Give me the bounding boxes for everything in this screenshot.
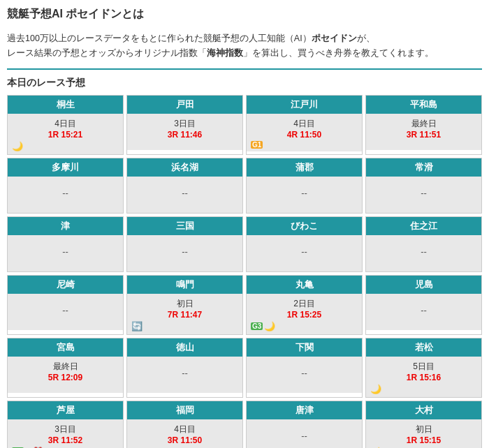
venue-name: 大村 — [366, 401, 481, 419]
venue-body: 初日1R 15:15🌙 — [366, 419, 481, 449]
moon-icon: 🌙 — [370, 384, 381, 394]
venue-body: 3日目3R 11:46 — [127, 114, 242, 150]
venue-day: 最終日 — [53, 361, 78, 373]
venue-card[interactable]: 平和島最終日3R 11:51 — [365, 95, 482, 155]
venue-name: 津 — [8, 217, 123, 235]
venue-race-info: 4R 11:50 — [287, 130, 321, 140]
venue-empty-label: -- — [301, 431, 307, 441]
venue-card[interactable]: 多摩川-- — [7, 158, 124, 214]
venue-name: 蒲郡 — [247, 158, 362, 177]
moon-icon: 🌙 — [264, 321, 275, 331]
venue-name: 芦屋 — [8, 401, 123, 419]
venue-body: -- — [8, 177, 123, 213]
venue-name: 戸田 — [127, 96, 242, 114]
venue-body: 2日目1R 15:25G3🌙 — [247, 294, 362, 334]
venue-card[interactable]: 芦屋3日目3R 11:52G3♀⏰ — [7, 401, 124, 449]
venue-icons-row: G3🌙 — [249, 321, 359, 331]
venue-card[interactable]: びわこ-- — [246, 216, 363, 272]
venue-name: 宮島 — [8, 338, 123, 357]
venue-body: 4日目1R 15:21🌙 — [8, 114, 123, 154]
venue-name: 若松 — [366, 338, 481, 357]
venue-name: 平和島 — [366, 96, 481, 114]
page-container: 競艇予想AI ポセイドンとは 過去100万以上のレースデータをもとに作られた競艇… — [0, 0, 489, 448]
venue-card[interactable]: 桐生4日目1R 15:21🌙 — [7, 95, 124, 155]
venue-name: 常滑 — [366, 158, 481, 177]
venue-body: -- — [366, 235, 481, 271]
g3-icon: G3 — [251, 322, 263, 330]
venue-name: 児島 — [366, 276, 481, 294]
venue-name: 住之江 — [366, 217, 481, 235]
venue-race-info: 3R 11:51 — [407, 130, 441, 140]
venue-card[interactable]: 徳山-- — [126, 338, 243, 398]
venue-race-info: 5R 12:09 — [48, 373, 82, 382]
venue-name: 桐生 — [8, 96, 123, 114]
venue-empty-label: -- — [421, 246, 427, 257]
venue-card[interactable]: 大村初日1R 15:15🌙 — [365, 401, 482, 449]
venue-empty-label: -- — [182, 246, 188, 257]
venue-empty-label: -- — [62, 305, 68, 315]
venue-name: 徳山 — [127, 338, 242, 357]
venue-day: 2日目 — [293, 298, 315, 310]
venue-card[interactable]: 若松5日目1R 15:16🌙 — [365, 338, 482, 398]
venue-icons-row: 🌙 — [369, 384, 479, 394]
venue-body: -- — [247, 177, 362, 213]
venue-body: 初日7R 11:47🔄 — [127, 294, 242, 334]
venue-body: -- — [8, 294, 123, 330]
venue-empty-label: -- — [182, 368, 188, 378]
venue-day: 4日目 — [174, 424, 196, 435]
venue-card[interactable]: 尼崎-- — [7, 275, 124, 335]
venue-body: -- — [366, 177, 481, 213]
venue-empty-label: -- — [421, 188, 427, 198]
venue-day: 3日目 — [54, 424, 76, 435]
venue-day: 4日目 — [293, 118, 315, 130]
venue-empty-label: -- — [301, 246, 307, 257]
venue-body: -- — [127, 235, 242, 271]
venue-name: びわこ — [247, 217, 362, 235]
venue-card[interactable]: 江戸川4日目4R 11:50G1 — [246, 95, 363, 155]
venue-icons-row: 🌙 — [10, 141, 120, 151]
venue-body: 3日目3R 11:52G3♀⏰ — [8, 419, 123, 449]
section-subtitle: 本日のレース予想 — [7, 77, 482, 89]
venue-name: 尼崎 — [8, 276, 123, 294]
venue-body: -- — [8, 235, 123, 271]
venue-card[interactable]: 蒲郡-- — [246, 158, 363, 214]
venue-body: -- — [127, 357, 242, 393]
venue-card[interactable]: 鳴門初日7R 11:47🔄 — [126, 275, 243, 335]
venue-name: 唐津 — [247, 401, 362, 419]
venue-race-info: 3R 11:52 — [48, 435, 82, 445]
venue-card[interactable]: 福岡4日目3R 11:50 — [126, 401, 243, 449]
section-divider — [7, 68, 482, 70]
description-text: 過去100万以上のレースデータをもとに作られた競艇予想の人工知能（AI）ポセイド… — [7, 31, 482, 61]
venue-day: 初日 — [416, 424, 432, 435]
venue-icons-row: 🔄 — [130, 321, 240, 331]
venue-body: -- — [247, 235, 362, 271]
venue-card[interactable]: 唐津-- — [246, 401, 363, 449]
venue-card[interactable]: 児島-- — [365, 275, 482, 335]
venue-body: -- — [247, 357, 362, 393]
venue-body: 4日目3R 11:50 — [127, 419, 242, 449]
venue-race-info: 1R 15:15 — [407, 435, 441, 445]
venue-name: 福岡 — [127, 401, 242, 419]
venue-day: 4日目 — [54, 118, 76, 130]
venue-empty-label: -- — [62, 246, 68, 257]
venue-race-info: 3R 11:50 — [168, 435, 202, 445]
venue-body: -- — [366, 294, 481, 330]
venue-day: 5日目 — [413, 361, 435, 373]
venue-card[interactable]: 常滑-- — [365, 158, 482, 214]
venue-card[interactable]: 宮島最終日5R 12:09 — [7, 338, 124, 398]
venue-empty-label: -- — [301, 368, 307, 378]
venue-card[interactable]: 三国-- — [126, 216, 243, 272]
venue-card[interactable]: 津-- — [7, 216, 124, 272]
venue-card[interactable]: 浜名湖-- — [126, 158, 243, 214]
venue-empty-label: -- — [301, 188, 307, 198]
venue-card[interactable]: 戸田3日目3R 11:46 — [126, 95, 243, 155]
venue-card[interactable]: 下関-- — [246, 338, 363, 398]
refresh-icon: 🔄 — [131, 321, 143, 331]
venue-day: 初日 — [177, 298, 194, 310]
moon-icon: 🌙 — [12, 141, 23, 151]
venue-card[interactable]: 住之江-- — [365, 216, 482, 272]
venue-card[interactable]: 丸亀2日目1R 15:25G3🌙 — [246, 275, 363, 335]
venue-name: 多摩川 — [8, 158, 123, 177]
venue-body: 5日目1R 15:16🌙 — [366, 357, 481, 397]
venue-icons-row: G1 — [249, 141, 359, 149]
